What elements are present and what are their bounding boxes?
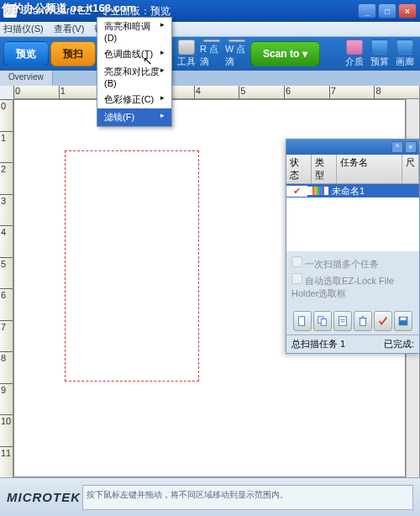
colortype-icon (307, 187, 328, 195)
status-hint: 按下鼠标左键并拖动，将不同区域移动到显示范围内。 (82, 485, 413, 510)
dropdown-item-highlights[interactable]: 高亮和暗调(D)▸ (97, 18, 171, 45)
svg-rect-2 (321, 319, 326, 325)
menubar: 扫描仪(S) 查看(V) 帮助(H) (0, 22, 420, 37)
dropdown-item-color-correction[interactable]: 色彩修正(C)▸ (97, 91, 171, 108)
statusbar: MICROTEK 按下鼠标左键并拖动，将不同区域移动到显示范围内。 (0, 477, 420, 516)
svg-rect-3 (339, 317, 347, 326)
tab-overview[interactable]: Overview (0, 71, 53, 86)
media-button[interactable]: 介质 (343, 39, 366, 68)
col-status[interactable]: 状态 (286, 155, 312, 183)
maximize-button[interactable]: □ (378, 3, 396, 18)
task-name: 未命名1 (328, 185, 419, 197)
task-toolbar (286, 308, 419, 334)
tabstrip: Overview (0, 71, 420, 86)
panel-collapse-button[interactable]: ^ (391, 141, 403, 153)
scan-to-button[interactable]: Scan to ▾ (250, 41, 320, 66)
svg-rect-0 (299, 317, 305, 326)
task-panel: ^ × 状态 类型 任务名 尺 ✔ 未命名1 一次扫描多个任务 自动选取EZ-L… (286, 139, 420, 354)
watermark-overlay: 你的办公频道 oa.it168.com (2, 1, 136, 16)
minimize-button[interactable]: _ (358, 3, 376, 18)
col-size[interactable]: 尺 (402, 155, 419, 183)
dropdown-item-filter[interactable]: 滤镜(F)▸ (97, 108, 171, 126)
task-list: ✔ 未命名1 (286, 184, 419, 251)
menu-view[interactable]: 查看(V) (54, 23, 85, 35)
adjustments-dropdown: 高亮和暗调(D)▸ 色调曲线(T)▸ 亮度和对比度(B)▸ 色彩修正(C)▸ 滤… (97, 17, 172, 127)
svg-rect-4 (360, 319, 366, 326)
task-check-button[interactable] (374, 311, 392, 331)
col-task-name[interactable]: 任务名 (337, 155, 402, 183)
task-row[interactable]: ✔ 未命名1 (286, 184, 419, 197)
toolbar: 预览 预扫 工具 R 点滴 W 点滴 Scan to ▾ 介质 预算 画廊 (0, 37, 420, 71)
task-new-button[interactable] (293, 311, 312, 331)
opt-multiscan[interactable]: 一次扫描多个任务 (291, 256, 414, 271)
task-load-button[interactable] (333, 311, 352, 331)
selection-marquee[interactable] (65, 150, 199, 382)
col-type[interactable]: 类型 (312, 155, 337, 183)
brand-logo: MICROTEK (7, 490, 82, 504)
task-list-header: 状态 类型 任务名 尺 (286, 155, 419, 184)
prescan-button[interactable]: 预扫 (50, 41, 96, 66)
preview-button[interactable]: 预览 (3, 41, 49, 66)
panel-titlebar: ^ × (286, 140, 419, 155)
menu-scanner[interactable]: 扫描仪(S) (3, 23, 44, 35)
panel-close-button[interactable]: × (405, 141, 417, 153)
eyedropper-r-button[interactable]: R 点滴 (200, 39, 223, 68)
task-options: 一次扫描多个任务 自动选取EZ-Lock File Holder选取框 (286, 251, 419, 308)
gallery-button[interactable]: 画廊 (393, 39, 417, 68)
eyedropper-w-button[interactable]: W 点滴 (225, 39, 249, 68)
task-status-row: 总扫描任务 1 已完成: (286, 334, 419, 353)
checkmark-icon: ✔ (286, 186, 307, 197)
preset-button[interactable]: 预算 (368, 39, 391, 68)
vertical-ruler: 01234567891011 (0, 99, 13, 477)
horizontal-ruler: 012345678 (13, 86, 419, 99)
task-duplicate-button[interactable] (313, 311, 332, 331)
opt-autoselect[interactable]: 自动选取EZ-Lock File Holder选取框 (291, 273, 414, 300)
svg-rect-6 (401, 318, 407, 321)
task-save-button[interactable] (394, 311, 412, 331)
task-delete-button[interactable] (354, 311, 372, 331)
dropdown-item-brightness[interactable]: 亮度和对比度(B)▸ (97, 63, 171, 91)
dropdown-item-curves[interactable]: 色调曲线(T)▸ (97, 45, 171, 63)
tool-button-1[interactable]: 工具 (175, 39, 198, 68)
close-button[interactable]: × (398, 3, 417, 18)
